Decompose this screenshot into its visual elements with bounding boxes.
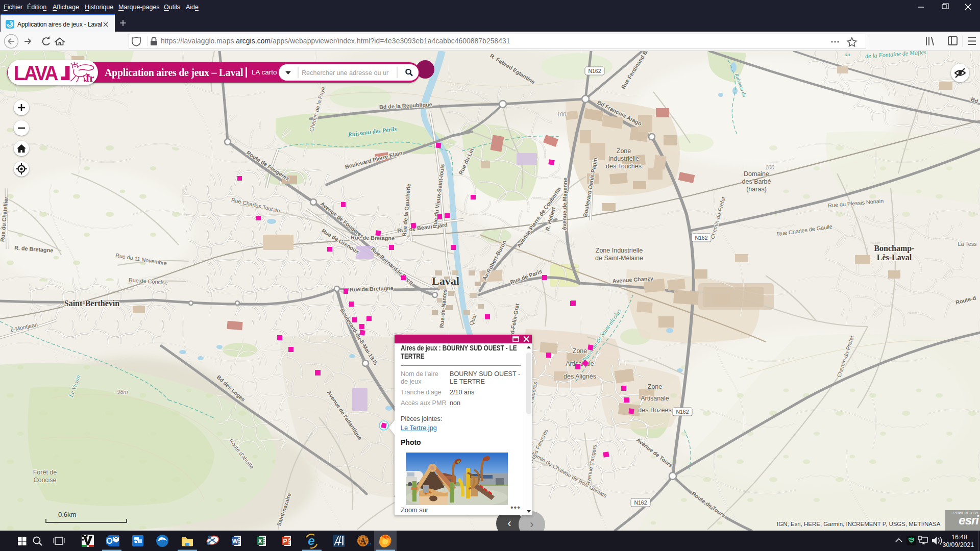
svg-text:98m: 98m bbox=[117, 389, 128, 395]
svg-text:LAVA: LAVA bbox=[14, 62, 58, 85]
svg-text:Laval: Laval bbox=[432, 274, 459, 287]
svg-text:A: A bbox=[360, 537, 366, 545]
svg-text:Saint-Berthevin: Saint-Berthevin bbox=[64, 299, 120, 308]
svg-text:Forêt de: Forêt de bbox=[33, 469, 57, 476]
svg-text:Zone: Zone bbox=[648, 383, 663, 390]
svg-text:des Bozées: des Bozées bbox=[638, 407, 671, 414]
svg-text:N162: N162 bbox=[676, 409, 689, 415]
svg-text:Rechercher une adresse ou ur: Rechercher une adresse ou ur bbox=[302, 69, 388, 77]
svg-text:des Barbé: des Barbé bbox=[742, 178, 771, 185]
svg-text:100: 100 bbox=[557, 111, 566, 117]
svg-text:de Saint-Mélaine: de Saint-Mélaine bbox=[595, 255, 643, 262]
svg-text:30/09/2021: 30/09/2021 bbox=[942, 541, 974, 548]
svg-text:au: au bbox=[845, 51, 851, 57]
svg-text:e: e bbox=[308, 534, 314, 547]
svg-text:Zone: Zone bbox=[617, 147, 631, 155]
svg-text:N162: N162 bbox=[634, 499, 647, 506]
svg-text:Bonchamp-: Bonchamp- bbox=[874, 244, 914, 253]
svg-text:X: X bbox=[258, 538, 262, 545]
svg-text:W: W bbox=[232, 538, 238, 545]
svg-text:(haras): (haras) bbox=[746, 186, 767, 193]
svg-text:100: 100 bbox=[765, 164, 774, 170]
svg-text:des Touches: des Touches bbox=[606, 163, 642, 170]
svg-text:ds: ds bbox=[367, 542, 371, 546]
svg-text:Industrielle: Industrielle bbox=[608, 155, 639, 162]
svg-text:Lès-Laval: Lès-Laval bbox=[877, 253, 912, 262]
svg-text:N162: N162 bbox=[588, 68, 601, 74]
svg-text:Zone: Zone bbox=[573, 347, 587, 355]
svg-text:16:48: 16:48 bbox=[951, 534, 967, 541]
svg-text:Zone Industrielle: Zone Industrielle bbox=[596, 247, 643, 254]
svg-text:P: P bbox=[283, 538, 287, 545]
svg-text:N162: N162 bbox=[695, 235, 707, 241]
svg-text:Domaine: Domaine bbox=[744, 170, 769, 178]
svg-text:Artisanale: Artisanale bbox=[641, 395, 669, 402]
svg-text:des Alignés: des Alignés bbox=[564, 373, 596, 380]
svg-text:Avenue de Mayenne: Avenue de Mayenne bbox=[561, 178, 568, 231]
svg-text:Concise: Concise bbox=[33, 477, 56, 484]
svg-text:Rue de Bretagne: Rue de Bretagne bbox=[351, 234, 395, 241]
svg-text:.fr: .fr bbox=[83, 72, 94, 84]
svg-text:La Tess: La Tess bbox=[958, 241, 977, 247]
